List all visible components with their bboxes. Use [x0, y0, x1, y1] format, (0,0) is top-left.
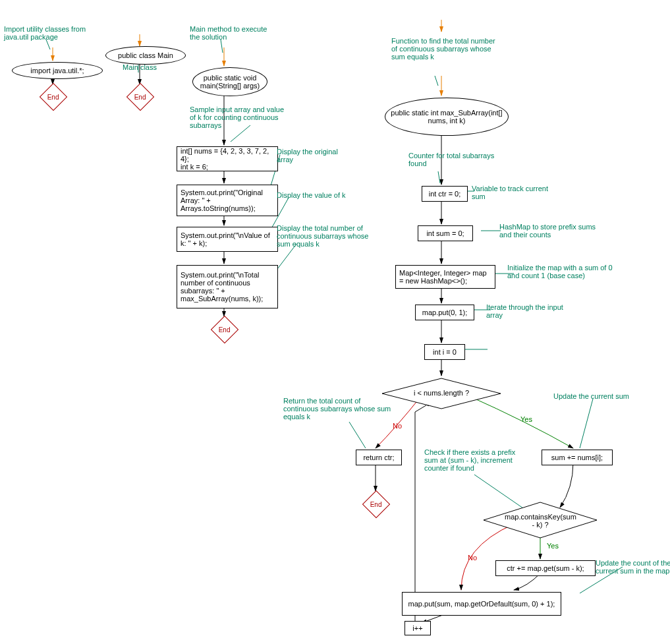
node-put0: map.put(0, 1);: [415, 305, 474, 320]
end-4: End: [362, 490, 390, 518]
node-print3-text: System.out.print("\nTotal number of cont…: [181, 271, 274, 303]
comment-iter: Iterate through the input array: [486, 303, 565, 319]
comment-mapput: Update the count of the current sum in t…: [596, 559, 670, 575]
node-func-text: public static int max_SubArray(int[] num…: [391, 109, 503, 125]
node-ctradd: ctr += map.get(sum - k);: [495, 560, 596, 576]
svg-line-22: [221, 40, 223, 53]
node-class-text: public class Main: [118, 51, 173, 59]
node-mapput: map.put(sum, map.getOrDefault(sum, 0) + …: [402, 592, 561, 616]
end-3-text: End: [219, 326, 231, 333]
node-print2-text: System.out.print("\nValue of k: " + k);: [181, 231, 274, 247]
comment-sample: Sample input array and value of k for co…: [190, 105, 289, 129]
node-sumadd-text: sum += nums[i];: [551, 454, 603, 461]
node-sum-text: int sum = 0;: [426, 229, 464, 237]
node-mapput-text: map.put(sum, map.getOrDefault(sum, 0) + …: [408, 600, 555, 608]
svg-line-28: [438, 171, 440, 183]
comment-ctr: Counter for total subarrays found: [408, 152, 501, 167]
node-print1-text: System.out.print("Original Array: " + Ar…: [181, 189, 274, 212]
end-2: End: [126, 83, 154, 111]
node-ret: return ctr;: [356, 450, 402, 465]
node-main: public static void main(String[] args): [192, 67, 267, 96]
node-ipp-text: i++: [412, 624, 422, 632]
comment-import: Import utility classes from java.util pa…: [4, 25, 96, 41]
node-ctradd-text: ctr += map.get(sum - k);: [507, 564, 584, 572]
end-1: End: [40, 83, 67, 111]
node-map: Map<Integer, Integer> map = new HashMap<…: [395, 265, 495, 289]
comment-class: Main class: [123, 63, 157, 71]
end-2-text: End: [134, 93, 146, 100]
node-import: import java.util.*;: [12, 62, 103, 79]
node-print3: System.out.print("\nTotal number of cont…: [177, 265, 278, 308]
node-print2: System.out.print("\nValue of k: " + k);: [177, 227, 278, 252]
comment-disp-k: Display the value of k: [277, 191, 356, 199]
comment-sum: Variable to track current sum: [472, 185, 551, 200]
svg-line-27: [435, 76, 438, 86]
node-func: public static int max_SubArray(int[] num…: [385, 98, 509, 136]
flowchart-arrows: [0, 0, 670, 644]
node-sumadd: sum += nums[i];: [542, 450, 613, 465]
node-ctr-text: int ctr = 0;: [429, 190, 461, 198]
node-i0: int i = 0: [424, 344, 465, 360]
node-i0-text: int i = 0: [433, 348, 457, 356]
comment-main: Main method to execute the solution: [190, 25, 269, 41]
comment-disp-array: Display the original array: [277, 148, 343, 163]
svg-line-20: [46, 40, 50, 49]
svg-line-34: [349, 422, 366, 448]
svg-line-35: [580, 399, 593, 448]
label-no-2: No: [468, 554, 477, 562]
comment-sumadd: Update the current sum: [553, 392, 646, 400]
node-class: public class Main: [105, 46, 186, 65]
cond1-text: i < nums.length ?: [408, 389, 474, 397]
node-nums-text: int[] nums = {4, 2, 3, 3, 7, 2, 4}; int …: [181, 147, 274, 171]
node-print1: System.out.print("Original Array: " + Ar…: [177, 185, 278, 216]
cond2-text: map.containsKey(sum - k) ?: [505, 513, 576, 529]
node-ctr: int ctr = 0;: [422, 186, 468, 202]
label-yes-1: Yes: [520, 415, 532, 423]
node-ipp: i++: [405, 621, 431, 635]
label-no-1: No: [393, 422, 402, 430]
comment-map: HashMap to store prefix sums and their c…: [499, 223, 598, 239]
comment-ret: Return the total count of continuous sub…: [283, 397, 395, 421]
node-sum: int sum = 0;: [418, 225, 473, 241]
node-main-text: public static void main(String[] args): [198, 74, 262, 90]
node-import-text: import java.util.*;: [30, 67, 84, 74]
node-map-text: Map<Integer, Integer> map = new HashMap<…: [399, 269, 491, 285]
end-3: End: [211, 316, 238, 343]
comment-check: Check if there exists a prefix sum at (s…: [424, 448, 523, 472]
node-ret-text: return ctr;: [363, 454, 394, 461]
end-1-text: End: [47, 93, 59, 100]
label-yes-2: Yes: [547, 542, 559, 550]
end-4-text: End: [370, 500, 382, 508]
comment-disp-total: Display the total number of continuous s…: [277, 224, 382, 248]
comment-put0: Initialize the map with a sum of 0 and c…: [507, 264, 613, 279]
node-put0-text: map.put(0, 1);: [422, 308, 467, 316]
comment-func: Function to find the total number of con…: [391, 37, 497, 61]
node-nums: int[] nums = {4, 2, 3, 3, 7, 2, 4}; int …: [177, 146, 278, 171]
